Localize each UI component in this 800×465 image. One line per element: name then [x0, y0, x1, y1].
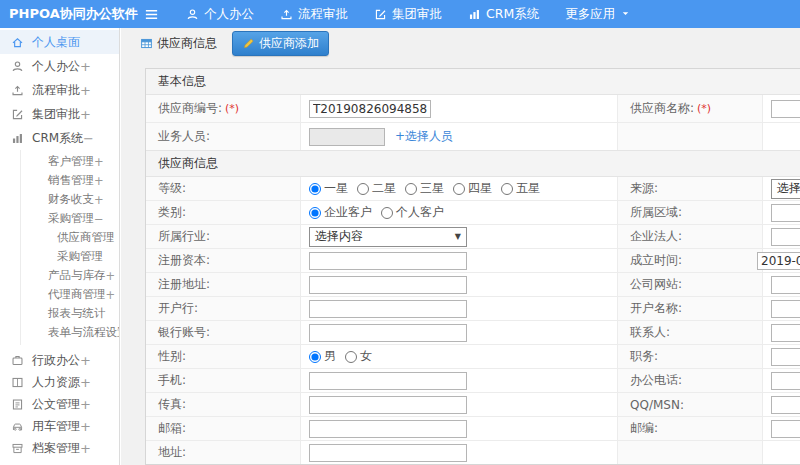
expand-toggle-icon[interactable]: +	[80, 441, 108, 456]
account-name-input[interactable]	[771, 300, 800, 318]
sidebar-item-purchase-mgmt[interactable]: 采购管理−	[21, 209, 119, 228]
radio-option-label: 女	[360, 348, 372, 365]
bank-input[interactable]	[309, 300, 467, 318]
level-option-3[interactable]: 四星	[453, 180, 492, 197]
company-website-input[interactable]	[771, 276, 800, 294]
expand-toggle-icon[interactable]: −	[83, 131, 111, 146]
gender-radio-0[interactable]	[309, 351, 321, 363]
mobile-label: 手机:	[158, 372, 186, 389]
level-radio-4[interactable]	[501, 183, 513, 195]
main-content: 供应商信息供应商添加 基本信息供应商编号:(*)供应商名称:(*)业务人员:+选…	[121, 28, 800, 465]
industry-label-cell: 所属行业:	[146, 225, 301, 248]
expand-toggle-icon[interactable]: +	[80, 107, 108, 122]
sidebar-item-customer-mgmt[interactable]: 客户管理+	[21, 152, 119, 171]
position-input[interactable]	[771, 348, 800, 366]
expand-toggle-icon[interactable]: +	[80, 83, 108, 98]
sidebar-item-document-mgmt[interactable]: 公文管理+	[0, 393, 119, 415]
level-radio-1[interactable]	[357, 183, 369, 195]
level-option-4[interactable]: 五星	[501, 180, 540, 197]
expand-toggle-icon[interactable]: +	[106, 288, 120, 302]
expand-toggle-icon[interactable]: +	[80, 397, 108, 412]
expand-toggle-icon[interactable]: +	[80, 375, 108, 390]
industry-select-value: 选择内容	[315, 228, 363, 245]
document-mgmt-icon	[11, 398, 25, 411]
source-select[interactable]: 选择内容▼	[771, 179, 800, 199]
section-title: 供应商信息	[146, 150, 800, 177]
supplier-name-input[interactable]	[771, 100, 800, 118]
level-radio-3[interactable]	[453, 183, 465, 195]
mobile-input[interactable]	[309, 372, 467, 390]
expand-toggle-icon[interactable]: +	[80, 419, 108, 434]
supplier-code-input[interactable]	[309, 100, 431, 118]
category-label: 类别:	[158, 204, 186, 221]
sidebar-item-label: 行政办公	[32, 352, 80, 369]
sidebar-item-vehicle-mgmt[interactable]: 用车管理+	[0, 415, 119, 437]
category-option-1[interactable]: 个人客户	[381, 204, 444, 221]
supplier-add-tab[interactable]: 供应商添加	[232, 31, 329, 56]
sidebar-item-workflow-approval[interactable]: 流程审批+	[0, 78, 119, 102]
level-option-2[interactable]: 三星	[405, 180, 444, 197]
sidebar-item-crm-system[interactable]: CRM系统−	[0, 126, 119, 150]
supplier-info-tab[interactable]: 供应商信息	[134, 32, 223, 55]
zip-code-input[interactable]	[771, 420, 800, 438]
expand-toggle-icon[interactable]: +	[80, 59, 108, 74]
select-person-link[interactable]: +选择人员	[395, 128, 453, 145]
sidebar-item-reports-stats[interactable]: 报表与统计	[21, 304, 119, 323]
gender-option-1[interactable]: 女	[345, 348, 372, 365]
industry-select[interactable]: 选择内容▼	[309, 227, 467, 247]
registered-address-input[interactable]	[309, 276, 467, 294]
level-radio-2[interactable]	[405, 183, 417, 195]
expand-toggle-icon[interactable]: +	[94, 155, 116, 169]
gender-option-0[interactable]: 男	[309, 348, 336, 365]
supplier-add-tab-label: 供应商添加	[259, 35, 319, 52]
bank-account-input[interactable]	[309, 324, 467, 342]
email-label-cell: 邮箱:	[146, 417, 301, 440]
level-radio-0[interactable]	[309, 183, 321, 195]
expand-toggle-icon[interactable]: +	[106, 269, 120, 283]
expand-toggle-icon[interactable]: +	[94, 193, 116, 207]
sidebar-item-purchase-mgmt-sub[interactable]: 采购管理	[21, 247, 119, 266]
contact-person-input[interactable]	[771, 324, 800, 342]
sidebar-item-archive-mgmt[interactable]: 档案管理+	[0, 437, 119, 459]
sidebar-item-label: 公文管理	[32, 396, 80, 413]
address-input[interactable]	[309, 444, 467, 462]
sidebar-item-finance-income-expense[interactable]: 财务收支+	[21, 190, 119, 209]
menu-icon[interactable]	[144, 7, 164, 22]
sidebar-item-personal-desktop[interactable]: 个人桌面	[0, 30, 119, 54]
nav-group-approval[interactable]: 集团审批	[374, 6, 442, 23]
qq-msn-input[interactable]	[771, 396, 800, 414]
form-row: 手机:办公电话:	[146, 369, 800, 393]
gender-radio-1[interactable]	[345, 351, 357, 363]
level-option-0[interactable]: 一星	[309, 180, 348, 197]
sidebar-item-form-workflow-settings[interactable]: 表单与流程设置+	[21, 323, 119, 342]
nav-more-apps[interactable]: 更多应用	[565, 6, 631, 23]
sidebar-item-sales-mgmt[interactable]: 销售管理+	[21, 171, 119, 190]
expand-toggle-icon[interactable]: +	[94, 174, 116, 188]
category-radio-0[interactable]	[309, 207, 321, 219]
sidebar-item-human-resources[interactable]: 人力资源+	[0, 371, 119, 393]
founded-date-input[interactable]	[757, 252, 800, 270]
expand-toggle-icon[interactable]: −	[94, 212, 116, 226]
level-option-1[interactable]: 二星	[357, 180, 396, 197]
fax-input[interactable]	[309, 396, 467, 414]
legal-person-input[interactable]	[771, 228, 800, 246]
registered-capital-input[interactable]	[309, 252, 467, 270]
email-input[interactable]	[309, 420, 467, 438]
category-radio-1[interactable]	[381, 207, 393, 219]
sales-person-input[interactable]	[309, 128, 385, 146]
nav-personal-office[interactable]: 个人办公	[186, 6, 254, 23]
sidebar-item-agent-mgmt[interactable]: 代理商管理+	[21, 285, 119, 304]
sidebar-item-supplier-mgmt[interactable]: 供应商管理	[21, 228, 119, 247]
sidebar-item-group-approval[interactable]: 集团审批+	[0, 102, 119, 126]
category-option-0[interactable]: 企业客户	[309, 204, 372, 221]
sidebar-item-personal-office[interactable]: 个人办公+	[0, 54, 119, 78]
supplier-code-label: 供应商编号:	[158, 100, 222, 117]
nav-workflow-approval[interactable]: 流程审批	[280, 6, 348, 23]
expand-toggle-icon[interactable]: +	[80, 353, 108, 368]
nav-crm-system[interactable]: CRM系统	[468, 6, 539, 23]
sidebar-item-product-inventory[interactable]: 产品与库存+	[21, 266, 119, 285]
office-phone-input[interactable]	[771, 372, 800, 390]
region-input[interactable]	[771, 204, 800, 222]
sidebar-item-admin-office[interactable]: 行政办公+	[0, 349, 119, 371]
qq-msn-label: QQ/MSN:	[630, 398, 684, 412]
